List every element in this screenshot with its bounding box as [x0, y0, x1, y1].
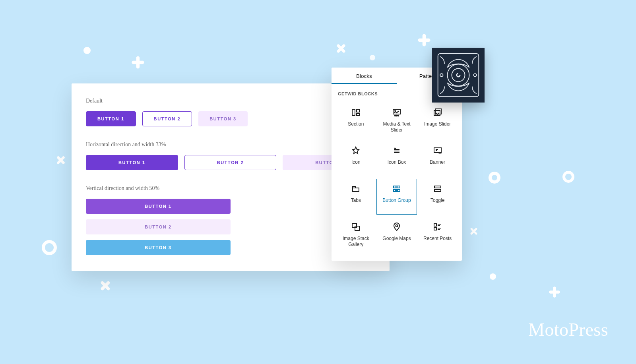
tab-blocks[interactable]: Blocks [332, 68, 397, 84]
block-label: Tabs [351, 197, 361, 203]
block-label: Recent Posts [423, 236, 452, 242]
button-default-1[interactable]: BUTTON 1 [86, 111, 136, 126]
block-label: Banner [430, 159, 445, 165]
svg-point-23 [452, 69, 465, 82]
tabs-icon [351, 184, 361, 194]
svg-point-19 [396, 225, 398, 227]
svg-rect-18 [355, 226, 359, 230]
block-toggle[interactable]: Toggle [417, 179, 458, 215]
block-label: Image Stack Gallery [337, 236, 374, 248]
cross-icon [335, 43, 347, 56]
plus-icon [131, 56, 145, 71]
svg-rect-16 [434, 190, 441, 192]
decoration-dot [83, 47, 91, 54]
block-media-text-slider[interactable]: Media & Text Slider [376, 103, 417, 138]
cross-icon [469, 227, 479, 238]
svg-rect-2 [357, 114, 359, 116]
block-icon-box[interactable]: Icon Box [376, 141, 417, 176]
svg-point-24 [448, 64, 469, 86]
svg-point-7 [398, 115, 399, 116]
block-label: Media & Text Slider [378, 121, 415, 133]
media-text-slider-icon [392, 108, 401, 117]
button-horiz-1[interactable]: BUTTON 1 [86, 155, 178, 170]
svg-rect-20 [434, 224, 436, 226]
block-section[interactable]: Section [335, 103, 376, 138]
star-icon [351, 146, 361, 155]
ring-icon [489, 172, 500, 184]
cross-icon [99, 280, 111, 293]
block-label: Button Group [382, 197, 411, 203]
button-default-2[interactable]: BUTTON 2 [142, 111, 192, 126]
block-label: Toggle [430, 197, 444, 203]
block-banner[interactable]: Banner [417, 141, 458, 176]
recent-posts-icon [433, 222, 442, 232]
block-button-group[interactable]: Button Group [376, 179, 417, 215]
svg-rect-21 [434, 228, 436, 230]
block-grid: Section Media & Text Slider Image Slider… [332, 100, 462, 261]
svg-point-5 [395, 115, 396, 116]
block-google-maps[interactable]: Google Maps [376, 217, 417, 253]
svg-point-4 [395, 110, 396, 111]
block-label: Icon [351, 159, 361, 165]
block-image-stack-gallery[interactable]: Image Stack Gallery [335, 217, 376, 253]
block-label: Icon Box [388, 159, 406, 165]
brand-wordmark: MotoPress [528, 319, 608, 340]
decoration-dot [370, 55, 375, 60]
block-tabs[interactable]: Tabs [335, 179, 376, 215]
svg-rect-10 [434, 148, 441, 153]
block-recent-posts[interactable]: Recent Posts [417, 217, 458, 253]
block-label: Google Maps [382, 236, 411, 242]
col-vert: BUTTON 1 BUTTON 2 BUTTON 3 [86, 199, 231, 255]
button-vert-3[interactable]: BUTTON 3 [86, 240, 231, 255]
ring-icon [42, 240, 57, 255]
button-horiz-2[interactable]: BUTTON 2 [184, 155, 277, 170]
block-image-slider[interactable]: Image Slider [417, 103, 458, 138]
block-icon[interactable]: Icon [335, 141, 376, 176]
ring-icon [562, 171, 574, 183]
getwid-logo-badge [432, 48, 485, 103]
map-pin-icon [392, 222, 401, 232]
button-vert-2[interactable]: BUTTON 2 [86, 219, 231, 234]
svg-rect-0 [352, 109, 355, 116]
image-stack-icon [351, 222, 361, 232]
svg-point-6 [396, 115, 397, 116]
svg-rect-15 [434, 186, 441, 188]
svg-rect-17 [352, 223, 357, 228]
decoration-dot [490, 273, 496, 280]
plus-icon [417, 33, 431, 48]
section-icon [351, 108, 361, 117]
button-vert-1[interactable]: BUTTON 1 [86, 199, 231, 214]
block-label: Image Slider [424, 121, 451, 127]
cross-icon [56, 155, 66, 167]
toggle-icon [433, 184, 442, 194]
block-label: Section [348, 121, 364, 127]
banner-icon [433, 146, 442, 155]
button-group-icon [392, 184, 401, 194]
svg-rect-1 [357, 109, 359, 112]
plus-icon [549, 286, 560, 300]
svg-point-26 [474, 74, 477, 76]
svg-point-25 [440, 74, 443, 76]
icon-box-icon [392, 146, 401, 155]
button-default-3[interactable]: BUTTON 3 [198, 111, 248, 126]
image-slider-icon [433, 108, 442, 117]
